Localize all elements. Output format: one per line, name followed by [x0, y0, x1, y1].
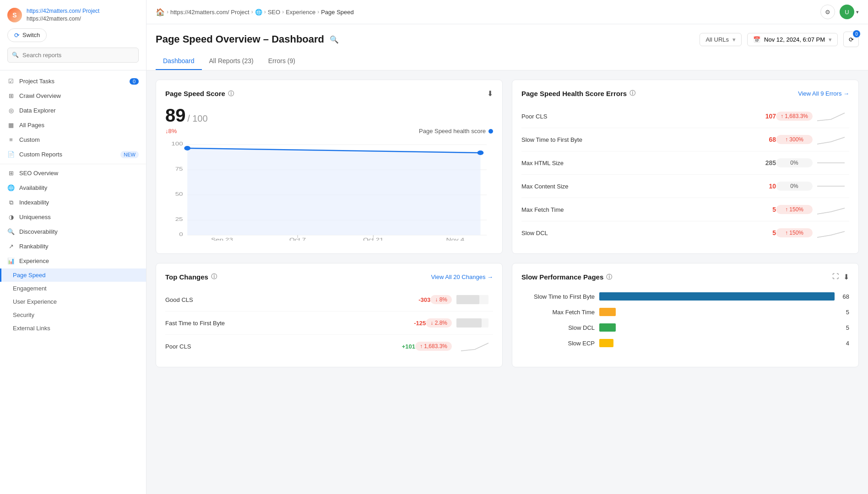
error-row-poor-cls: Poor CLS 107 ↑ 1,683.3%	[521, 105, 849, 128]
errors-info-icon[interactable]: ⓘ	[629, 89, 635, 97]
sidebar-item-indexability[interactable]: ⧉ Indexability	[0, 195, 146, 210]
page-header: Page Speed Overview – Dashboard 🔍 All UR…	[146, 24, 868, 70]
tab-errors[interactable]: Errors (9)	[261, 53, 303, 70]
sidebar-item-rankability[interactable]: ↗ Rankability	[0, 239, 146, 254]
changes-info-icon[interactable]: ⓘ	[211, 273, 217, 281]
error-name: Max Content Size	[521, 183, 753, 190]
error-name: Slow Time to First Byte	[521, 136, 753, 143]
svg-text:Sep 23: Sep 23	[211, 237, 233, 241]
score-card-title: Page Speed Score ⓘ	[165, 90, 234, 98]
breadcrumb-sep-5: ›	[317, 9, 319, 15]
error-row-slow-ttfb: Slow Time to First Byte 68 ↑ 300%	[521, 128, 849, 151]
view-all-errors-link[interactable]: View All 9 Errors →	[798, 90, 849, 97]
sidebar-item-experience[interactable]: 📊 Experience	[0, 254, 146, 268]
home-icon[interactable]: 🏠	[156, 8, 165, 16]
logo-row: S https://42matters.com/ Project https:/…	[7, 7, 139, 23]
svg-point-11	[184, 146, 190, 150]
error-count: 107	[753, 113, 776, 120]
perf-download-icon[interactable]: ⬇	[843, 273, 849, 281]
sidebar-item-user-experience[interactable]: User Experience	[0, 295, 146, 308]
nav-label: Availability	[19, 184, 47, 191]
sidebar-item-seo-overview[interactable]: ⊞ SEO Overview	[0, 166, 146, 181]
app-logo: S	[7, 8, 22, 22]
avatar-row[interactable]: U ▾	[840, 5, 859, 19]
perf-bar-container	[599, 339, 838, 347]
sidebar-item-data-explorer[interactable]: ◎ Data Explorer	[0, 103, 146, 118]
perf-info-icon[interactable]: ⓘ	[606, 273, 612, 281]
sidebar-item-all-pages[interactable]: ▦ All Pages	[0, 118, 146, 133]
perf-bar-label: Max Fetch Time	[521, 309, 595, 316]
sidebar-item-uniqueness[interactable]: ◑ Uniqueness	[0, 210, 146, 225]
changes-card-title: Top Changes ⓘ	[165, 273, 217, 281]
sidebar-item-crawl-overview[interactable]: ⊞ Crawl Overview	[0, 89, 146, 103]
bar-chart-icon: ▦	[7, 122, 15, 129]
sidebar-item-discoverability[interactable]: 🔍 Discoverability	[0, 225, 146, 239]
score-info-icon[interactable]: ⓘ	[228, 90, 234, 98]
perf-row-slow-ecp: Slow ECP 4	[521, 335, 849, 351]
speed-score-chart: 100 75 50 25 0	[165, 140, 493, 241]
score-title-text: Page Speed Score	[165, 90, 225, 97]
search-input[interactable]	[7, 48, 139, 63]
sidebar-item-external-links[interactable]: External Links	[0, 322, 146, 335]
score-card-header: Page Speed Score ⓘ ⬇	[165, 89, 493, 98]
perf-row-slow-dcl: Slow DCL 5	[521, 320, 849, 335]
sidebar-item-custom[interactable]: ≡ Custom	[0, 133, 146, 147]
nav-label: SEO Overview	[19, 170, 58, 177]
breadcrumb: 🏠 › https://42matters.com/ Project › 🌐 ›…	[156, 8, 817, 16]
breadcrumb-seo[interactable]: SEO	[268, 9, 280, 16]
url-filter-dropdown[interactable]: All URLs ▾	[700, 33, 742, 46]
document-icon: 📄	[7, 151, 15, 158]
score-number: 89	[165, 105, 186, 125]
error-count: 285	[753, 159, 776, 166]
change-name: Fast Time to First Byte	[165, 320, 403, 327]
nav-label: Rankability	[19, 243, 49, 250]
sidebar-item-security[interactable]: Security	[0, 308, 146, 322]
score-download-icon[interactable]: ⬇	[487, 89, 493, 98]
refresh-button[interactable]: ⟳ 0	[843, 32, 859, 47]
experience-icon: 📊	[7, 258, 15, 265]
sidebar-item-project-tasks[interactable]: ☑ Project Tasks 0	[0, 74, 146, 89]
svg-marker-10	[187, 148, 480, 235]
breadcrumb-url[interactable]: https://42matters.com/ Project	[170, 9, 250, 16]
score-change: ↓8%	[165, 128, 208, 134]
breadcrumb-experience[interactable]: Experience	[286, 9, 315, 16]
sidebar-item-availability[interactable]: 🌐 Availability	[0, 181, 146, 195]
switch-label: Switch	[22, 32, 40, 38]
project-tasks-badge: 0	[130, 78, 139, 85]
perf-count: 4	[846, 340, 849, 347]
view-all-changes-link[interactable]: View All 20 Changes →	[431, 274, 493, 280]
main-content: 🏠 › https://42matters.com/ Project › 🌐 ›…	[146, 0, 868, 494]
error-count: 10	[753, 183, 776, 190]
perf-bar	[599, 339, 613, 347]
change-badge: ↓ 2.8%	[426, 318, 452, 328]
date-filter[interactable]: 📅 Nov 12, 2024, 6:07 PM ▾	[747, 33, 838, 46]
title-search-icon[interactable]: 🔍	[330, 35, 339, 44]
score-dot	[488, 129, 493, 134]
perf-bar	[599, 308, 616, 316]
sidebar-item-page-speed[interactable]: Page Speed	[0, 268, 146, 282]
nav-label: Custom	[19, 136, 40, 143]
error-count: 5	[753, 206, 776, 213]
gear-icon[interactable]: ⚙	[820, 5, 835, 19]
main-url: https://42matters.com/ Project	[27, 7, 99, 15]
svg-text:0: 0	[179, 231, 183, 237]
sidebar-item-custom-reports[interactable]: 📄 Custom Reports NEW	[0, 147, 146, 162]
perf-count: 5	[846, 324, 849, 331]
expand-icon[interactable]: ⛶	[832, 273, 839, 281]
tab-all-reports[interactable]: All Reports (23)	[202, 53, 261, 70]
switch-button[interactable]: ⟳ Switch	[7, 28, 47, 42]
svg-text:25: 25	[175, 216, 183, 222]
change-name: Poor CLS	[165, 343, 392, 350]
perf-title-text: Slow Performance Pages	[521, 273, 603, 281]
nav-sub-label: Page Speed	[13, 272, 46, 279]
error-name: Max HTML Size	[521, 160, 753, 166]
tab-dashboard[interactable]: Dashboard	[156, 53, 202, 70]
change-row-fast-ttfb: Fast Time to First Byte -125 ↓ 2.8%	[165, 311, 493, 335]
sidebar-item-engagement[interactable]: Engagement	[0, 282, 146, 295]
grid-icon: ⊞	[7, 92, 15, 100]
perf-bar-container	[599, 308, 838, 316]
perf-row-max-fetch: Max Fetch Time 5	[521, 304, 849, 320]
error-name: Poor CLS	[521, 113, 753, 120]
perf-bar-label: Slow ECP	[521, 340, 595, 347]
checkbox-icon: ☑	[7, 78, 15, 85]
